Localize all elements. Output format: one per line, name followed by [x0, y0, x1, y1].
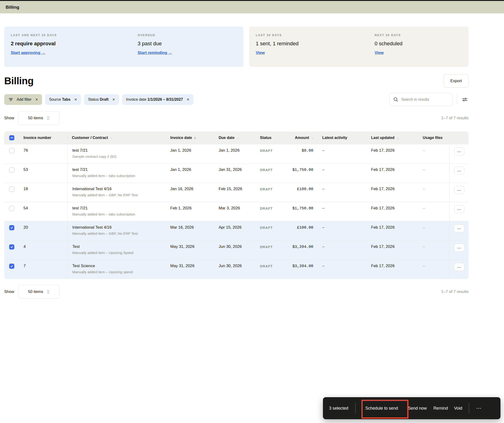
summary-card-value: 3 past due	[138, 41, 172, 47]
search-input[interactable]	[401, 97, 448, 102]
bulk-action-bar: 3 selected Schedule to send Send now Rem…	[323, 397, 500, 419]
row-actions-button[interactable]: ...	[454, 224, 464, 232]
last-updated-cell: Feb 17, 2026	[367, 183, 419, 202]
summary-card-item: LAST AND NEXT 30 DAYS2 require approvalS…	[11, 34, 138, 60]
topbar-title: Billing	[6, 5, 19, 10]
column-header-last-updated[interactable]: Last updated↑↓	[367, 136, 419, 140]
contract-name: Manually added item – GBP, No ERP Test	[72, 193, 166, 197]
view-sent-link[interactable]: View	[256, 50, 265, 55]
divider	[355, 403, 356, 414]
remind-button[interactable]: Remind	[433, 406, 448, 411]
due-date-cell: Jun 30, 2026	[214, 241, 256, 260]
column-header-status: Status	[256, 136, 283, 140]
checkbox-cell	[4, 183, 19, 202]
row-actions-button[interactable]: ...	[454, 186, 464, 194]
customer-contract-cell: International Test 4/16Manually added it…	[67, 221, 166, 240]
row-actions-button[interactable]: ...	[454, 205, 464, 213]
ellipsis-icon: ...	[457, 207, 461, 211]
results-count: 1–7 of 7 results	[441, 289, 468, 294]
page-size-value: 50 items	[28, 289, 43, 294]
column-header-label: Invoice date	[170, 136, 192, 140]
customer-contract-cell: TestManually added item – Upsizing Speed	[67, 241, 166, 260]
summary-card-label: NEXT 30 DAYS	[375, 34, 402, 37]
export-button[interactable]: Export	[444, 74, 468, 88]
close-icon[interactable]: ✕	[35, 98, 38, 101]
void-button[interactable]: Void	[454, 406, 462, 411]
schedule-to-send-button[interactable]: Schedule to send	[358, 406, 405, 411]
summary-card: LAST AND NEXT 30 DAYS2 require approvalS…	[4, 27, 244, 67]
due-date-cell: Mar 3, 2026	[214, 202, 256, 221]
amount-cell: $3,204.00	[283, 241, 318, 260]
table-row[interactable]: 76test 7/21Sample contract copy 2 (62)Ja…	[4, 144, 468, 163]
amount-cell: $1,750.00	[283, 202, 318, 221]
table-row[interactable]: 18International Test 4/16Manually added …	[4, 183, 468, 202]
table-row[interactable]: 54test 7/21Manually added item – tabs su…	[4, 202, 468, 221]
latest-activity-cell: –	[318, 183, 367, 202]
column-header-invoice-number: Invoice number	[19, 136, 67, 140]
column-header-label: Latest activity	[322, 136, 347, 140]
sort-icon: ↑↓	[110, 136, 112, 140]
row-actions-button[interactable]: ...	[454, 167, 464, 175]
results-count: 1–7 of 7 results	[441, 116, 468, 120]
page-size-select[interactable]: 50 items	[18, 285, 60, 298]
usage-files-cell: –	[419, 221, 449, 240]
filter-chip[interactable]: Invoice date 1/1/2026 – 8/31/2027✕	[122, 94, 193, 105]
actions-cell: ...	[449, 241, 468, 260]
add-filter-chip[interactable]: Add filter ✕	[4, 94, 42, 105]
table-row[interactable]: 4TestManually added item – Upsizing Spee…	[4, 240, 468, 260]
view-scheduled-link[interactable]: View	[375, 50, 384, 55]
close-icon[interactable]: ✕	[74, 98, 77, 101]
view-settings-button[interactable]	[461, 96, 468, 103]
close-icon[interactable]: ✕	[187, 98, 190, 101]
send-now-button[interactable]: Send now	[408, 406, 427, 411]
row-checkbox[interactable]	[9, 206, 14, 211]
usage-files-cell: –	[419, 241, 449, 260]
row-actions-button[interactable]: ...	[454, 147, 464, 155]
billing-page: Billing LAST AND NEXT 30 DAYS2 require a…	[0, 0, 504, 423]
row-actions-button[interactable]: ...	[454, 244, 464, 252]
column-header-invoice-date[interactable]: Invoice date↑	[166, 136, 214, 140]
page-size-select[interactable]: 50 items	[18, 111, 60, 125]
column-header-due-date[interactable]: Due date↑↓	[214, 136, 256, 140]
filter-chip[interactable]: Status Draft✕	[84, 94, 119, 105]
table-row[interactable]: 7Test ScienceManually added item – Upsiz…	[4, 260, 468, 279]
row-checkbox[interactable]	[9, 167, 14, 173]
row-checkbox[interactable]	[9, 264, 14, 269]
row-checkbox[interactable]	[9, 187, 14, 192]
last-updated-cell: Feb 17, 2026	[367, 144, 419, 163]
close-icon[interactable]: ✕	[112, 98, 115, 101]
column-header-label: Due date	[219, 136, 235, 140]
amount-cell: $1,750.00	[283, 164, 318, 183]
column-header-label: Usage files	[423, 136, 443, 140]
row-checkbox[interactable]	[9, 148, 14, 153]
row-checkbox[interactable]	[9, 225, 14, 230]
column-header-amount[interactable]: Amount↑↓	[283, 136, 318, 140]
invoice-date-cell: Jan 16, 2026	[166, 183, 214, 202]
header-checkbox-cell[interactable]	[4, 135, 19, 140]
checkbox-cell	[4, 241, 19, 260]
usage-files-cell: –	[419, 260, 449, 279]
summary-card-value: 2 require approval	[11, 41, 138, 47]
more-actions-button[interactable]: ⋯	[476, 405, 481, 411]
invoice-number-cell: 18	[19, 183, 67, 202]
page-title: Billing	[4, 75, 34, 87]
table-row[interactable]: 53test 7/21Manually added item – tabs su…	[4, 163, 468, 183]
filter-chip[interactable]: Source Tabs✕	[45, 94, 81, 105]
summary-card-item: NEXT 30 DAYS0 scheduledView	[375, 34, 402, 60]
row-checkbox[interactable]	[9, 244, 14, 250]
start-reminding-link[interactable]: Start reminding →	[138, 50, 172, 55]
start-approving-link[interactable]: Start approving →	[11, 50, 45, 55]
actions-cell: ...	[449, 144, 468, 163]
column-header-customer-contract[interactable]: Customer / Contract↑↓	[67, 136, 166, 140]
actions-cell: ...	[449, 183, 468, 202]
column-header-label: Status	[260, 136, 271, 140]
search-box[interactable]	[389, 93, 453, 106]
customer-contract-cell: test 7/21Manually added item – tabs subs…	[67, 202, 166, 221]
select-all-checkbox[interactable]	[9, 135, 14, 140]
customer-contract-cell: Test ScienceManually added item – Upsizi…	[67, 260, 166, 279]
invoice-date-cell: Mar 16, 2026	[166, 221, 214, 240]
contract-name: Manually added item – Upsizing speed	[72, 270, 166, 274]
table-row[interactable]: 20International Test 4/16Manually added …	[4, 221, 468, 240]
invoice-date-cell: May 31, 2026	[166, 241, 214, 260]
row-actions-button[interactable]: ...	[454, 263, 464, 271]
